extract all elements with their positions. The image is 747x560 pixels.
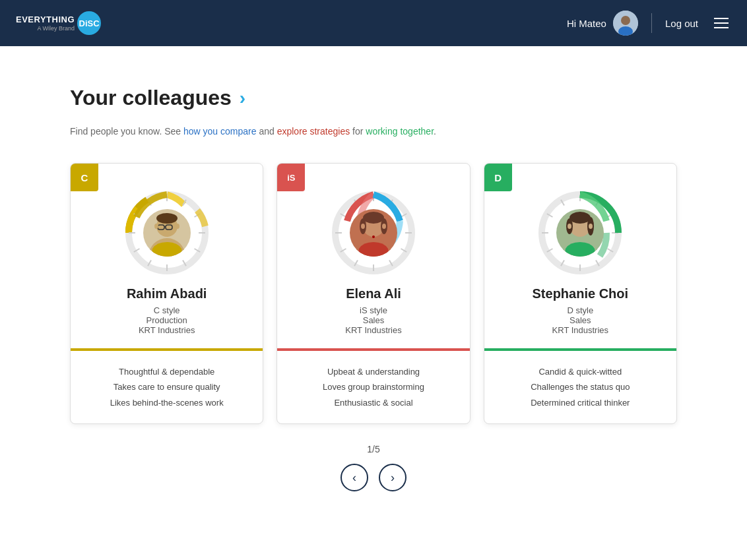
svg-point-1 xyxy=(621,16,630,25)
avatar-0 xyxy=(143,209,191,257)
avatar-2 xyxy=(556,209,604,257)
colleague-dept-0: Production xyxy=(146,315,187,325)
colleague-name-2: Stephanie Choi xyxy=(533,286,629,301)
header-divider xyxy=(651,13,652,33)
svg-point-39 xyxy=(363,212,384,224)
colleague-card-1[interactable]: iS xyxy=(276,163,470,424)
svg-point-64 xyxy=(589,224,593,229)
avatar[interactable] xyxy=(613,11,638,36)
avatar-1 xyxy=(350,209,397,257)
svg-point-60 xyxy=(569,212,591,224)
colleague-dept-1: Sales xyxy=(363,315,385,325)
card-bottom-1: Upbeat & understanding Loves group brain… xyxy=(277,351,469,423)
greeting-area: Hi Mateo xyxy=(567,11,638,36)
trait-2-1: Challenges the status quo xyxy=(498,379,663,394)
subtitle: Find people you know. See how you compar… xyxy=(70,126,677,137)
trait-1-2: Enthusiastic & social xyxy=(290,395,456,410)
logo[interactable]: EVERYTHING A Wiley Brand DiSC xyxy=(16,11,101,35)
style-badge-2: D xyxy=(484,164,512,191)
svg-point-63 xyxy=(568,224,571,229)
colleague-name-0: Rahim Abadi xyxy=(127,286,207,301)
title-arrow-icon[interactable]: › xyxy=(240,88,245,109)
next-button[interactable]: › xyxy=(379,464,406,491)
card-top-2: D xyxy=(484,164,676,348)
trait-2-0: Candid & quick-witted xyxy=(498,364,663,379)
colleague-card-0[interactable]: C xyxy=(70,163,263,424)
cards-container: C xyxy=(70,163,677,424)
trait-2-2: Determined critical thinker xyxy=(498,395,663,410)
page-indicator: 1/5 xyxy=(367,444,379,454)
colleague-dept-2: Sales xyxy=(569,315,591,325)
colleague-name-1: Elena Ali xyxy=(346,286,401,301)
logo-text: EVERYTHING xyxy=(16,15,75,25)
colleague-style-0: C style xyxy=(154,305,180,315)
dial-0 xyxy=(124,190,210,276)
trait-0-0: Thoughtful & dependable xyxy=(84,364,249,379)
nav-buttons: ‹ › xyxy=(341,464,406,491)
header-right: Hi Mateo Log out xyxy=(567,11,731,36)
page-title: Your colleagues xyxy=(70,86,232,110)
main-content: Your colleagues › Find people you know. … xyxy=(44,46,703,518)
trait-0-1: Takes care to ensure quality xyxy=(84,379,249,394)
logo-disc: DiSC xyxy=(77,11,101,35)
svg-point-22 xyxy=(154,224,158,229)
colleague-card-2[interactable]: D xyxy=(484,163,677,424)
card-bottom-0: Thoughtful & dependable Takes care to en… xyxy=(71,351,263,423)
card-bottom-2: Candid & quick-witted Challenges the sta… xyxy=(484,351,676,423)
style-badge-0: C xyxy=(71,164,98,191)
colleague-style-1: iS style xyxy=(360,305,387,315)
svg-point-43 xyxy=(361,224,365,229)
colleague-org-0: KRT Industries xyxy=(139,325,195,335)
title-area: Your colleagues › xyxy=(70,86,677,110)
trait-1-1: Loves group brainstorming xyxy=(290,379,456,394)
svg-point-42 xyxy=(372,235,375,238)
pagination: 1/5 ‹ › xyxy=(70,444,677,491)
svg-point-18 xyxy=(156,213,178,224)
trait-1-0: Upbeat & understanding xyxy=(290,364,456,379)
colleague-org-2: KRT Industries xyxy=(552,325,609,335)
card-top-0: C xyxy=(71,164,263,348)
logo-wiley: A Wiley Brand xyxy=(38,25,75,32)
app-header: EVERYTHING A Wiley Brand DiSC Hi Mateo L… xyxy=(0,0,747,46)
prev-button[interactable]: ‹ xyxy=(341,464,368,491)
colleague-style-2: D style xyxy=(567,305,593,315)
card-top-1: iS xyxy=(277,164,469,348)
colleague-org-1: KRT Industries xyxy=(345,325,402,335)
dial-1 xyxy=(331,190,416,276)
style-badge-1: iS xyxy=(277,164,305,191)
dial-2 xyxy=(537,190,623,276)
svg-point-23 xyxy=(176,224,179,229)
greeting-text: Hi Mateo xyxy=(567,18,606,29)
menu-button[interactable] xyxy=(711,15,731,31)
trait-0-2: Likes behind-the-scenes work xyxy=(84,395,249,410)
svg-point-44 xyxy=(382,224,386,229)
logout-button[interactable]: Log out xyxy=(665,18,698,29)
